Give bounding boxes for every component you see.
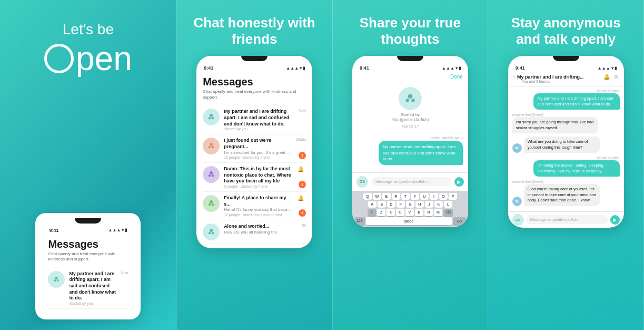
key-space[interactable]: space (366, 217, 452, 225)
conv-with-avatar-2: SL Glad you're taking care of yourself. … (512, 184, 620, 206)
svg-point-19 (405, 99, 409, 102)
svg-point-10 (209, 174, 211, 177)
notch-container (196, 56, 312, 62)
msg-title-1: My partner and I are drifting apart. I a… (224, 109, 294, 127)
conv-title-row: ‹ My partner and I are drifting... 🔔 ☺ (513, 74, 619, 80)
key-r[interactable]: R (392, 193, 400, 200)
wifi-icon: ▾ (122, 228, 124, 232)
bubble-received-2: What are you doing to take care of yours… (524, 137, 601, 153)
key-shift[interactable]: ⇧ (368, 209, 376, 216)
signal-icon: ▲▲▲ (442, 66, 454, 71)
sender-label-4: sincere lion (friend) (512, 180, 620, 183)
phone-notch (241, 56, 267, 61)
notch-container (42, 218, 134, 225)
key-i[interactable]: I (430, 193, 438, 200)
phone-notch (397, 56, 423, 61)
key-f[interactable]: F (397, 201, 405, 208)
msg-starter-3: 3 people · started by friend (224, 185, 293, 188)
send-button[interactable]: ▶ (454, 177, 464, 187)
keyboard-row-2: A S D F G H J K L (353, 201, 467, 208)
key-s[interactable]: S (378, 201, 386, 208)
mini-msg-text: My partner and I are drifting apart. I a… (69, 271, 116, 302)
msg-starter-4: 12 people · started by friend of fried (224, 213, 293, 217)
done-button[interactable]: Done (352, 72, 468, 80)
key-y[interactable]: Y (411, 193, 419, 200)
svg-point-5 (212, 117, 214, 120)
message-input[interactable]: Message as gentle starfish... (371, 177, 451, 186)
key-e[interactable]: E (382, 193, 391, 200)
key-c[interactable]: C (396, 209, 404, 216)
status-icons: ▲▲▲ ▾ ▮ (442, 66, 461, 71)
key-x[interactable]: X (387, 209, 395, 216)
msg-preview-2: I'm so excited for you. It's a great tim… (224, 150, 292, 156)
panel3-phone: 9:41 ▲▲▲ ▾ ▮ Done Started by You (gentle… (352, 56, 468, 227)
key-go[interactable]: Go (453, 217, 466, 225)
key-123[interactable]: 123 (354, 217, 365, 225)
bubble-received-3: Glad you're taking care of yourself. It'… (524, 184, 601, 206)
key-z[interactable]: Z (377, 209, 385, 216)
conv-send-button[interactable]: ▶ (610, 215, 620, 225)
mini-message-item: My partner and I are drifting apart. I a… (48, 268, 128, 309)
key-n[interactable]: N (424, 209, 433, 216)
message-item-4: Finally! A place to share my s... Haha! … (203, 192, 306, 220)
time-display: 9:41 (49, 228, 58, 233)
conv-avatar-sl-2: SL (512, 197, 522, 206)
key-g[interactable]: G (406, 201, 414, 208)
time-display: 9:41 (204, 65, 213, 71)
key-d[interactable]: D (387, 201, 395, 208)
key-a[interactable]: A (368, 201, 377, 208)
key-b[interactable]: B (415, 209, 423, 216)
msg-preview-4: Haha! It's funny you say that because I … (224, 207, 293, 212)
key-k[interactable]: K (434, 201, 443, 208)
chat-sender-label: gentle starfish (you) (358, 136, 463, 140)
bell-icon[interactable]: 🔔 (603, 74, 610, 80)
key-w[interactable]: W (373, 193, 381, 200)
msg-body-2: I just found out we're pregnant... I'm s… (224, 138, 292, 159)
status-bar: 9:41 ▲▲▲ ▾ ▮ (42, 225, 134, 234)
svg-point-6 (210, 143, 213, 146)
status-bar: 9:41 ▲▲▲ ▾ ▮ (196, 62, 312, 72)
key-u[interactable]: U (420, 193, 429, 200)
msg-time-5: 5h (302, 224, 306, 227)
battery-icon: ▮ (459, 66, 461, 71)
key-o[interactable]: O (439, 193, 448, 200)
messages-title: Messages (48, 238, 128, 250)
message-item-5: Alone and worried... How are you all han… (203, 220, 306, 244)
input-avatar-conv: GS (512, 214, 524, 226)
key-m[interactable]: M (434, 209, 442, 216)
key-t[interactable]: T (401, 193, 410, 200)
notch-container (352, 56, 468, 62)
keyboard-row-1: Q W E R T Y U I O P (353, 193, 467, 200)
back-button[interactable]: ‹ (513, 74, 515, 80)
msg-starter-1: Started by you (224, 127, 294, 131)
smiley-icon[interactable]: ☺ (613, 74, 618, 80)
key-p[interactable]: P (449, 193, 457, 200)
conv-title: My partner and I are drifting... (517, 74, 603, 80)
conv-message-input[interactable]: Message as gentle starfish... (526, 215, 608, 224)
key-q[interactable]: Q (363, 193, 372, 200)
conv-input-area: GS Message as gentle starfish... ▶ (508, 211, 624, 228)
key-v[interactable]: V (405, 209, 414, 216)
input-avatar: GS (356, 176, 368, 188)
msg-time-1: Now (299, 109, 306, 112)
panel3-heading: Share your true thoughts (333, 0, 488, 56)
status-bar: 9:41 ▲▲▲ ▾ ▮ (352, 62, 468, 72)
sender-label-1: gentle starfish (512, 89, 620, 93)
headline-line1: Let's be (44, 21, 132, 38)
key-j[interactable]: J (425, 201, 433, 208)
battery-icon: ▮ (303, 66, 305, 71)
key-l[interactable]: L (444, 201, 452, 208)
status-bar: 9:41 ▲▲▲ ▾ ▮ (508, 62, 624, 72)
bubble-sent-2: I'm doing the basics - eating, sleeping,… (533, 160, 619, 177)
msg-title-5: Alone and worried... (224, 224, 298, 230)
messages-screen: Messages Chat openly and treat everyone … (196, 72, 312, 248)
open-circle-icon (44, 44, 74, 73)
bubble-sent-1: My partner and I are drifting apart. I a… (533, 93, 619, 110)
battery-icon: ▮ (615, 66, 617, 71)
key-backspace[interactable]: ⌫ (443, 209, 453, 216)
key-h[interactable]: H (415, 201, 424, 208)
msg-badge-4: 1 (299, 209, 306, 217)
panel4-heading: Stay anonymous and talk openly (488, 0, 643, 56)
mini-msg-time: Now (121, 271, 128, 275)
msg-time-2: 20min (296, 138, 306, 141)
